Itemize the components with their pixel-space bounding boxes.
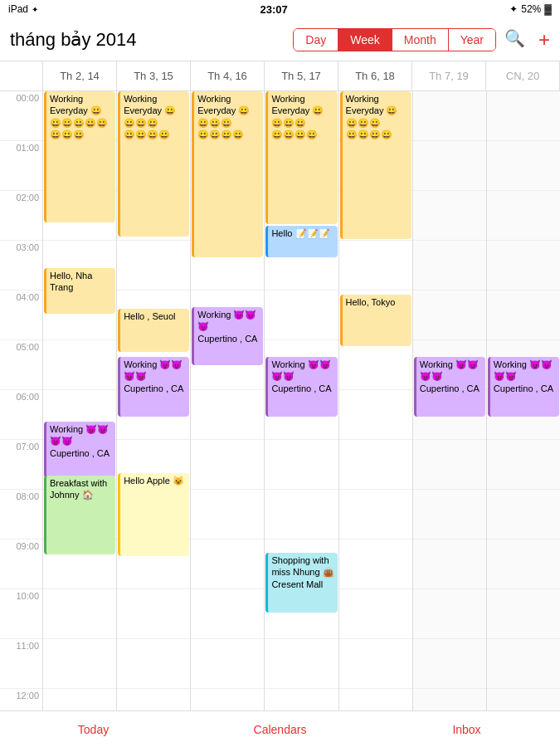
day-header-3: Th 5, 17 (265, 61, 338, 90)
day-col-1: Working Everyday 😀😀😀😀😀😀😀😀 Hello , Seuol … (117, 91, 191, 710)
day-col-0: Working Everyday 😀😀😀😀😀😀😀😀😀 Hello, Nha Tr… (43, 91, 117, 710)
view-switcher: Day Week Month Year (293, 28, 496, 51)
event-working-col0-5[interactable]: Working 😈😈😈😈Cupertino , CA (44, 422, 115, 478)
search-icon[interactable]: 🔍 (504, 28, 525, 51)
day-headers-row: Th 2, 14 Th 3, 15 Th 4, 16 Th 5, 17 Th 6… (0, 61, 560, 91)
day-header-0: Th 2, 14 (43, 61, 117, 90)
status-time: 23:07 (261, 3, 288, 16)
time-1100: 11:00 (0, 639, 42, 689)
calendar-view: Th 2, 14 Th 3, 15 Th 4, 16 Th 5, 17 Th 6… (0, 61, 560, 710)
event-working-col6-4[interactable]: Working 😈😈😈😈Cupertino , CA (488, 357, 559, 417)
event-hello-seuol[interactable]: Hello , Seuol (118, 309, 189, 352)
battery-label: 52% (521, 3, 541, 15)
header-controls: Day Week Month Year 🔍 + (293, 28, 550, 51)
time-column: 00:00 01:00 02:00 03:00 04:00 05:00 06:0… (0, 91, 43, 710)
time-0400: 04:00 (0, 290, 42, 340)
day-col-4: Working Everyday 😀😀😀😀😀😀😀😀 Hello, Tokyo (339, 91, 413, 710)
event-we-col1[interactable]: Working Everyday 😀😀😀😀😀😀😀😀 (118, 91, 189, 237)
event-breakfast[interactable]: Breakfast with Johnny 🏠 (44, 476, 115, 554)
sim-icon: ✦ (32, 5, 38, 14)
time-gutter-header (0, 61, 43, 90)
week-button[interactable]: Week (338, 29, 392, 51)
event-we-col3[interactable]: Working Everyday 😀😀😀😀😀😀😀😀 (265, 91, 337, 224)
event-hello-apple[interactable]: Hello Apple 😺 (118, 473, 189, 556)
hr-0-10 (43, 589, 116, 639)
today-tab[interactable]: Today (0, 715, 187, 745)
day-header-4: Th 6, 18 (338, 61, 412, 90)
time-0800: 08:00 (0, 490, 42, 540)
hr-0-12 (43, 689, 116, 710)
event-hello-tokyo[interactable]: Hello, Tokyo (340, 295, 411, 346)
days-grid: Working Everyday 😀😀😀😀😀😀😀😀😀 Hello, Nha Tr… (43, 91, 560, 710)
time-0900: 09:00 (0, 540, 42, 589)
header-action-icons: 🔍 + (504, 28, 550, 51)
event-hello-col3[interactable]: Hello 📝📝📝 (265, 226, 337, 257)
time-0000: 00:00 (0, 91, 42, 141)
tab-bar: Today Calendars Inbox (0, 710, 560, 747)
day-col-5: Working 😈😈😈😈Cupertino , CA (413, 91, 487, 710)
day-header-5: Th 7, 19 (412, 61, 486, 90)
day-header-6: CN, 20 (486, 61, 560, 90)
event-we-col0[interactable]: Working Everyday 😀😀😀😀😀😀😀😀😀 (44, 91, 115, 222)
add-event-icon[interactable]: + (538, 28, 550, 51)
calendars-tab[interactable]: Calendars (187, 715, 373, 745)
event-working-col1-4[interactable]: Working 😈😈😈😈Cupertino , CA (118, 357, 189, 417)
event-we-col2[interactable]: Working Everyday 😀😀😀😀😀😀😀😀 (192, 91, 263, 257)
status-bar: iPad ✦ 23:07 ✦ 52% ▓ (0, 0, 560, 18)
battery-icon: ▓ (544, 3, 552, 15)
header: tháng bảy 2014 Day Week Month Year 🔍 + (0, 18, 560, 61)
time-1000: 10:00 (0, 589, 42, 639)
header-title: tháng bảy 2014 (10, 29, 136, 51)
event-working-col5-4[interactable]: Working 😈😈😈😈Cupertino , CA (414, 357, 485, 417)
bluetooth-icon: ✦ (509, 3, 518, 15)
hr-0-11 (43, 639, 116, 689)
time-0100: 01:00 (0, 141, 42, 191)
event-we-col4[interactable]: Working Everyday 😀😀😀😀😀😀😀😀 (340, 91, 411, 239)
hr-0-5 (43, 340, 116, 390)
time-0500: 05:00 (0, 340, 42, 390)
time-1200: 12:00 (0, 689, 42, 710)
day-header-2: Th 4, 16 (191, 61, 265, 90)
day-col-3: Working Everyday 😀😀😀😀😀😀😀😀 Hello 📝📝📝 Work… (265, 91, 338, 710)
time-0200: 02:00 (0, 191, 42, 241)
time-0700: 07:00 (0, 440, 42, 490)
day-header-1: Th 3, 15 (117, 61, 191, 90)
day-col-2: Working Everyday 😀😀😀😀😀😀😀😀 Working 😈😈😈Cup… (191, 91, 265, 710)
grid-scroll[interactable]: 00:00 01:00 02:00 03:00 04:00 05:00 06:0… (0, 91, 560, 710)
event-shopping[interactable]: Shopping with miss Nhung 👜Cresent Mall (265, 553, 337, 613)
time-0300: 03:00 (0, 241, 42, 290)
device-label: iPad (8, 3, 28, 15)
month-button[interactable]: Month (392, 29, 448, 51)
day-col-6: Working 😈😈😈😈Cupertino , CA (487, 91, 560, 710)
time-0600: 06:00 (0, 390, 42, 440)
event-working-col3-4[interactable]: Working 😈😈😈😈Cupertino , CA (265, 357, 337, 417)
day-button[interactable]: Day (294, 29, 338, 51)
inbox-tab[interactable]: Inbox (373, 715, 560, 745)
year-button[interactable]: Year (448, 29, 495, 51)
event-hello-nha-trang[interactable]: Hello, Nha Trang (44, 268, 115, 314)
event-working-col2-3[interactable]: Working 😈😈😈Cupertino , CA (192, 307, 263, 365)
